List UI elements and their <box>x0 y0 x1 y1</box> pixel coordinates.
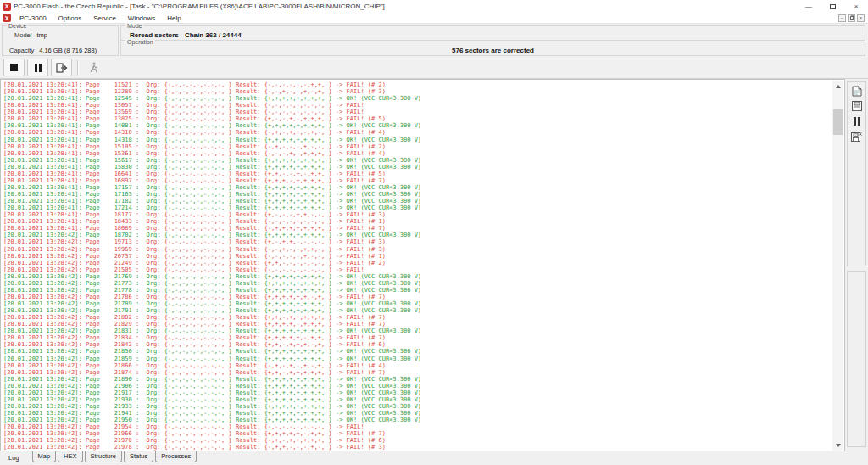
scroll-down-button[interactable] <box>832 440 843 451</box>
log-document-button[interactable] <box>849 84 864 98</box>
log-line: [20.01.2021 13:20:42]: Page 20737 : Org:… <box>3 253 844 260</box>
operation-value: 576 sectors are corrected <box>121 47 865 54</box>
tab-map[interactable]: Map <box>32 451 57 462</box>
close-button[interactable]: × <box>844 0 868 13</box>
save-icon <box>852 101 862 111</box>
capacity-label: Capacity <box>9 47 34 54</box>
device-groupbox: Device Model tmp Capacity 4,16 GB (8 716… <box>2 25 119 56</box>
tab-processes[interactable]: Processes <box>155 451 197 462</box>
toolbar-separator <box>77 60 79 76</box>
tab-log[interactable]: Log <box>5 451 26 463</box>
exit-door-icon <box>56 63 68 73</box>
log-line: [20.01.2021 13:20:41]: Page 12545 : Org:… <box>3 95 844 102</box>
menu-item-options[interactable]: Options <box>53 14 88 22</box>
vertical-scrollbar[interactable] <box>832 81 843 451</box>
log-line: [20.01.2021 13:20:42]: Page 21874 : Org:… <box>3 369 844 376</box>
log-line: [20.01.2021 13:20:41]: Page 15361 : Org:… <box>3 150 844 157</box>
log-line: [20.01.2021 13:20:41]: Page 17165 : Org:… <box>3 191 844 198</box>
log-line: [20.01.2021 13:20:42]: Page 19713 : Org:… <box>3 238 844 245</box>
log-line: [20.01.2021 13:20:42]: Page 21831 : Org:… <box>3 328 844 334</box>
log-line: [20.01.2021 13:20:42]: Page 21859 : Org:… <box>3 356 844 362</box>
operation-label: Operation <box>125 39 155 45</box>
log-line: [20.01.2021 13:20:41]: Page 17214 : Org:… <box>3 204 844 211</box>
log-line: [20.01.2021 13:20:41]: Page 14081 : Org:… <box>3 122 844 129</box>
title-bar[interactable]: X PC-3000 Flash - the Czech Republic - [… <box>0 0 868 13</box>
log-line: [20.01.2021 13:20:42]: Page 21950 : Org:… <box>3 417 844 423</box>
maximize-button[interactable] <box>821 0 844 13</box>
log-line: [20.01.2021 13:20:42]: Page 21954 : Org:… <box>3 423 844 430</box>
model-label: Model <box>14 31 31 39</box>
save-as-icon <box>851 132 862 142</box>
capacity-value: 4,16 GB (8 716 288) <box>39 47 97 54</box>
menu-item-help[interactable]: Help <box>161 14 186 22</box>
stop-button[interactable] <box>3 59 25 76</box>
save-log-button[interactable] <box>849 99 864 113</box>
log-line: [20.01.2021 13:20:41]: Page 16641 : Org:… <box>3 171 844 177</box>
log-line: [20.01.2021 13:20:42]: Page 21966 : Org:… <box>3 430 844 437</box>
arrow-up-icon <box>836 85 841 88</box>
exit-task-button[interactable] <box>51 59 72 76</box>
log-line: [20.01.2021 13:20:41]: Page 13569 : Org:… <box>3 109 844 115</box>
pause-icon <box>34 64 42 72</box>
runner-icon <box>89 62 99 73</box>
tab-structure[interactable]: Structure <box>85 451 122 462</box>
mode-value: Reread sectors - Chain 362 / 24444 <box>130 31 865 39</box>
log-line: [20.01.2021 13:20:42]: Page 21890 : Org:… <box>3 376 844 383</box>
log-line: [20.01.2021 13:20:41]: Page 18689 : Org:… <box>3 225 844 232</box>
log-line: [20.01.2021 13:20:42]: Page 21941 : Org:… <box>3 410 844 417</box>
pause-button[interactable] <box>27 59 48 76</box>
log-line: [20.01.2021 13:20:41]: Page 18177 : Org:… <box>3 211 844 218</box>
scroll-up-button[interactable] <box>832 81 843 92</box>
device-label: Device <box>7 23 28 29</box>
log-line: [20.01.2021 13:20:42]: Page 21505 : Org:… <box>3 266 844 273</box>
menu-item-windows[interactable]: Windows <box>122 14 161 22</box>
menu-item-service[interactable]: Service <box>87 14 122 22</box>
log-line: [20.01.2021 13:20:42]: Page 21970 : Org:… <box>3 437 844 444</box>
tab-bar: LogMapHEXStructureStatusProcesses <box>0 451 868 465</box>
log-line: [20.01.2021 13:20:42]: Page 21789 : Org:… <box>3 300 844 307</box>
log-line: [20.01.2021 13:20:42]: Page 21906 : Org:… <box>3 383 844 389</box>
mdi-window-controls: – × <box>838 14 865 22</box>
log-line: [20.01.2021 13:20:41]: Page 14318 : Org:… <box>3 137 844 143</box>
log-line: [20.01.2021 13:20:41]: Page 18433 : Org:… <box>3 218 844 225</box>
log-line: [20.01.2021 13:20:41]: Page 13057 : Org:… <box>3 102 844 109</box>
log-line: [20.01.2021 13:20:42]: Page 21933 : Org:… <box>3 403 844 410</box>
log-line: [20.01.2021 13:20:41]: Page 16897 : Org:… <box>3 177 844 184</box>
log-line: [20.01.2021 13:20:41]: Page 14310 : Org:… <box>3 129 844 136</box>
log-line: [20.01.2021 13:20:42]: Page 21249 : Org:… <box>3 260 844 266</box>
log-line: [20.01.2021 13:20:41]: Page 13825 : Org:… <box>3 115 844 122</box>
log-line: [20.01.2021 13:20:42]: Page 21850 : Org:… <box>3 348 844 355</box>
menu-item-pc-3000[interactable]: PC-3000 <box>14 14 53 22</box>
menu-bar-items: PC-3000OptionsServiceWindowsHelp <box>14 14 187 22</box>
log-tools-groupbox <box>847 81 866 266</box>
mdi-close-button[interactable]: × <box>857 14 865 22</box>
mdi-minimize-button[interactable]: – <box>838 14 846 22</box>
run-button[interactable] <box>83 59 104 76</box>
mdi-restore-button[interactable] <box>848 14 855 22</box>
log-line: [20.01.2021 13:20:42]: Page 21773 : Org:… <box>3 280 844 287</box>
model-value: tmp <box>36 31 47 39</box>
info-panels: Device Model tmp Capacity 4,16 GB (8 716… <box>0 24 868 57</box>
log-line: [20.01.2021 13:20:42]: Page 21802 : Org:… <box>3 314 844 321</box>
operation-groupbox: Operation 576 sectors are corrected <box>120 42 865 56</box>
pause-log-button[interactable] <box>849 115 864 128</box>
log-line: [20.01.2021 13:20:42]: Page 21930 : Org:… <box>3 396 844 403</box>
stop-icon <box>10 64 18 71</box>
tab-hex[interactable]: HEX <box>58 451 82 462</box>
log-line: [20.01.2021 13:20:42]: Page 21978 : Org:… <box>3 444 844 451</box>
log-line: [20.01.2021 13:20:42]: Page 21786 : Org:… <box>3 294 844 300</box>
log-line: [20.01.2021 13:20:41]: Page 12289 : Org:… <box>3 88 844 95</box>
tab-status[interactable]: Status <box>124 451 153 462</box>
log-line: [20.01.2021 13:20:42]: Page 19969 : Org:… <box>3 246 844 253</box>
log-lines: [20.01.2021 13:20:41]: Page 11521 : Org:… <box>1 80 844 451</box>
save-log-as-button[interactable] <box>849 130 864 143</box>
log-view[interactable]: [20.01.2021 13:20:41]: Page 11521 : Org:… <box>0 79 845 451</box>
scrollbar-thumb[interactable] <box>833 109 843 135</box>
log-line: [20.01.2021 13:20:42]: Page 21842 : Org:… <box>3 341 844 348</box>
toolbar <box>0 57 868 79</box>
minimize-button[interactable]: — <box>797 0 821 13</box>
log-line: [20.01.2021 13:20:42]: Page 21769 : Org:… <box>3 273 844 280</box>
log-line: [20.01.2021 13:20:41]: Page 17182 : Org:… <box>3 198 844 204</box>
pause-icon <box>854 117 860 126</box>
task-icon[interactable]: X <box>3 14 11 22</box>
